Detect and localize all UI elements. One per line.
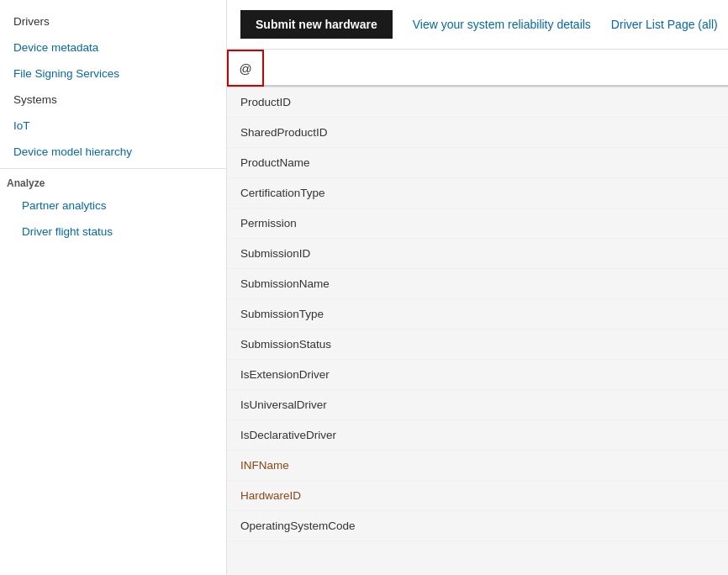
filter-input[interactable] [264,50,728,87]
list-container: ProductIDSharedProductIDProductNameCerti… [227,87,728,541]
analyze-section-label: Analyze [0,168,226,193]
toolbar: Submit new hardware View your system rel… [227,0,728,50]
list-item-text: SubmissionID [240,247,310,260]
sidebar-item-label: IoT [13,119,30,132]
sidebar-item-systems[interactable]: Systems [0,87,226,113]
list-item-text: IsExtensionDriver [240,368,330,381]
sidebar-item-iot[interactable]: IoT [0,113,226,139]
sidebar-item-label: Partner analytics [22,199,107,212]
sidebar-item-device-metadata[interactable]: Device metadata [0,34,226,61]
list-item-text: IsDeclarativeDriver [240,429,336,441]
list-item[interactable]: Permission [227,208,728,239]
list-item[interactable]: SubmissionID [227,239,728,269]
list-item-text: ProductName [240,156,310,169]
driver-list-link[interactable]: Driver List Page (all) [611,18,718,31]
list-item[interactable]: SubmissionType [227,299,728,330]
list-item-text: OperatingSystemCode [240,520,356,532]
list-item[interactable]: OperatingSystemCode [227,511,728,541]
list-item[interactable]: ProductName [227,148,728,178]
sidebar-item-partner-analytics[interactable]: Partner analytics [0,193,226,219]
list-item[interactable]: ProductID [227,87,728,118]
list-item-text: SharedProductID [240,126,328,139]
sidebar-item-driver-flight-status[interactable]: Driver flight status [0,219,226,245]
list-item-text: INFName [240,459,289,472]
sidebar: Drivers Device metadata File Signing Ser… [0,0,227,575]
sidebar-item-file-signing[interactable]: File Signing Services [0,61,226,87]
main-content: Submit new hardware View your system rel… [227,0,728,575]
sidebar-item-label: File Signing Services [13,67,119,80]
list-item-text: IsUniversalDriver [240,398,327,411]
submit-new-hardware-button[interactable]: Submit new hardware [240,10,393,39]
list-item-text: Permission [240,217,297,229]
sidebar-item-device-model-hierarchy[interactable]: Device model hierarchy [0,139,226,165]
list-item[interactable]: HardwareID [227,481,728,511]
list-item[interactable]: CertificationType [227,178,728,208]
list-item-text: CertificationType [240,187,325,199]
list-item[interactable]: SubmissionName [227,269,728,299]
sidebar-item-label: Device metadata [13,41,98,54]
list-item-text: SubmissionName [240,277,330,290]
reliability-link[interactable]: View your system reliability details [413,18,591,31]
content-area: @ ProductIDSharedProductIDProductNameCer… [227,50,728,575]
filter-icon-box: @ [227,50,264,87]
list-item[interactable]: IsDeclarativeDriver [227,420,728,451]
sidebar-item-label: Systems [13,93,57,106]
sidebar-item-label: Drivers [13,15,50,28]
list-item[interactable]: SharedProductID [227,118,728,148]
list-item-text: SubmissionStatus [240,338,331,351]
sidebar-item-label: Device model hierarchy [13,145,132,158]
list-item[interactable]: IsUniversalDriver [227,390,728,420]
list-item-text: SubmissionType [240,308,324,320]
list-item-text: ProductID [240,96,291,108]
list-item-text: HardwareID [240,489,301,502]
list-item[interactable]: INFName [227,451,728,481]
list-item[interactable]: SubmissionStatus [227,330,728,360]
filter-row: @ [227,50,728,87]
at-icon: @ [239,61,251,76]
list-item[interactable]: IsExtensionDriver [227,360,728,390]
sidebar-item-label: Driver flight status [22,225,113,238]
sidebar-item-drivers[interactable]: Drivers [0,8,226,34]
